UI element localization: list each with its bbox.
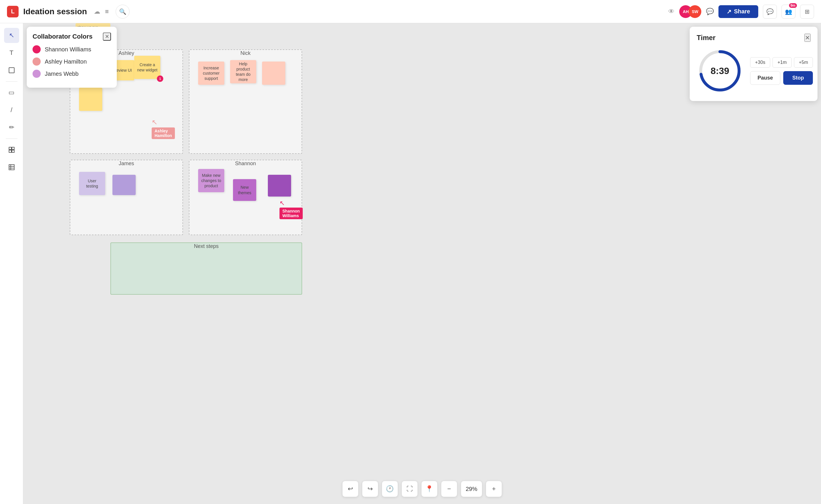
canvas[interactable]: show us ourproduct Ashley Adjust comment… — [23, 23, 821, 504]
tool-text[interactable]: T — [4, 45, 19, 60]
share-button[interactable]: ↗ Share — [718, 5, 758, 18]
bottom-bar: ↩ ↪ 🕐 ⛶ 📍 − 29% + — [342, 481, 502, 497]
collab-dot-james — [33, 70, 41, 78]
logo-text: L — [11, 8, 15, 15]
zoom-display: 29% — [461, 481, 482, 497]
note-badge: 1 — [157, 75, 163, 82]
cursor-shannon: ↖ Shannon Williams — [279, 199, 285, 207]
cloud-icon[interactable]: ☁ — [94, 8, 100, 15]
redo-button[interactable]: ↪ — [362, 481, 378, 497]
collab-panel: Collaborator Colors ✕ Shannon Williams A… — [27, 27, 117, 88]
section-shannon-label: Shannon — [233, 160, 258, 167]
stop-button[interactable]: Stop — [783, 71, 813, 85]
zoom-out-button[interactable]: − — [441, 481, 457, 497]
timer-close-button[interactable]: ✕ — [804, 34, 811, 42]
section-shannon: Shannon Make new changes to product New … — [189, 160, 302, 235]
tool-table[interactable] — [4, 160, 19, 175]
timer-panel: Timer ✕ 8:39 +30s +1m +5m Pause Stop — [690, 27, 818, 101]
sidebar-divider-2 — [6, 138, 17, 139]
section-next-label: Next steps — [191, 243, 221, 250]
cursor-ashley: ↖ Ashley Hamilton — [152, 118, 157, 126]
svg-rect-1 — [9, 147, 11, 150]
collab-item-shannon: Shannon Williams — [33, 45, 111, 53]
timer-controls: +30s +1m +5m Pause Stop — [750, 57, 813, 85]
note-blank-shannon[interactable] — [268, 175, 291, 197]
cursor-label-ashley: Ashley Hamilton — [152, 127, 175, 139]
section-james: James User testing — [70, 160, 183, 235]
note-blank-james[interactable] — [112, 175, 136, 195]
sidebar: ↖ T ▭ / ✏ — [0, 23, 23, 504]
section-james-label: James — [116, 160, 136, 167]
section-next-steps: Next steps — [110, 242, 302, 295]
collab-title: Collaborator Colors — [33, 33, 93, 40]
menu-icon[interactable]: ≡ — [105, 8, 109, 15]
cursor-label-shannon: Shannon Williams — [279, 208, 303, 219]
eye-icon[interactable]: 👁 — [668, 8, 675, 15]
timer-title: Timer — [697, 34, 716, 42]
undo-button[interactable]: ↩ — [342, 481, 358, 497]
section-ashley-label: Ashley — [116, 50, 136, 57]
collab-dot-ashley — [33, 57, 41, 66]
tool-line[interactable]: / — [4, 102, 19, 118]
collab-name-james: James Webb — [45, 71, 78, 77]
tool-select[interactable]: ↖ — [4, 28, 19, 43]
svg-rect-2 — [12, 147, 14, 150]
history-button[interactable]: 🕐 — [382, 481, 398, 497]
timer-adjusts: +30s +1m +5m — [750, 57, 813, 68]
header: L Ideation session ☁ ≡ 🔍 👁 AH SW 💬 ↗ Sha… — [0, 0, 821, 23]
share-icon: ↗ — [727, 8, 732, 15]
page-title: Ideation session — [23, 7, 87, 16]
svg-rect-3 — [9, 150, 11, 152]
collab-name-ashley: Ashley Hamilton — [45, 58, 87, 65]
note-help-product[interactable]: Help product team do more — [230, 60, 256, 83]
timer-plus1m[interactable]: +1m — [773, 57, 792, 68]
header-right: 👁 AH SW 💬 ↗ Share 💬 👥 9m ⊞ — [668, 5, 814, 19]
note-blank-ashley[interactable] — [79, 88, 102, 111]
timer-display: 8:39 — [711, 66, 729, 76]
svg-rect-4 — [12, 150, 14, 152]
tool-grid[interactable] — [4, 142, 19, 157]
zoom-in-button[interactable]: + — [486, 481, 502, 497]
collab-header: Collaborator Colors ✕ — [33, 33, 111, 41]
svg-rect-5 — [9, 165, 14, 170]
timer-plus30s[interactable]: +30s — [750, 57, 770, 68]
pause-button[interactable]: Pause — [750, 71, 780, 85]
sidebar-divider — [6, 81, 17, 82]
timer-actions: Pause Stop — [750, 71, 813, 85]
note-new-themes[interactable]: New themes — [233, 179, 256, 201]
location-button[interactable]: 📍 — [421, 481, 438, 497]
logo: L — [7, 6, 19, 17]
note-user-testing[interactable]: User testing — [79, 172, 105, 195]
tool-rect[interactable]: ▭ — [4, 85, 19, 100]
users-button[interactable]: 👥 9m — [782, 5, 795, 19]
svg-rect-0 — [9, 68, 14, 73]
search-button[interactable]: 🔍 — [116, 5, 130, 19]
note-blank-nick[interactable] — [262, 62, 285, 85]
section-nick: Nick Increase customer support Help prod… — [189, 49, 302, 154]
collab-name-shannon: Shannon Williams — [45, 46, 91, 53]
tool-pen[interactable]: ✏ — [4, 120, 19, 135]
note-make-changes[interactable]: Make new changes to product — [198, 169, 224, 192]
timer-body: 8:39 +30s +1m +5m Pause Stop — [697, 48, 811, 94]
note-create-widget[interactable]: Create a new widget 1 — [134, 56, 160, 79]
fullscreen-button[interactable]: ⛶ — [401, 481, 418, 497]
timer-circle: 8:39 — [697, 48, 743, 94]
note-increase-support[interactable]: Increase customer support — [198, 62, 224, 85]
chat-icon[interactable]: 💬 — [706, 8, 714, 15]
timer-plus5m[interactable]: +5m — [794, 57, 813, 68]
timer-header: Timer ✕ — [697, 34, 811, 42]
avatar-sw[interactable]: SW — [689, 5, 701, 18]
collab-dot-shannon — [33, 45, 41, 53]
collab-close-button[interactable]: ✕ — [103, 33, 111, 41]
tool-frame[interactable] — [4, 63, 19, 78]
grid-button[interactable]: ⊞ — [800, 5, 814, 19]
collab-item-james: James Webb — [33, 70, 111, 78]
users-badge: 9m — [789, 3, 797, 8]
comment-button[interactable]: 💬 — [763, 5, 777, 19]
collab-item-ashley: Ashley Hamilton — [33, 57, 111, 66]
section-nick-label: Nick — [238, 50, 253, 57]
